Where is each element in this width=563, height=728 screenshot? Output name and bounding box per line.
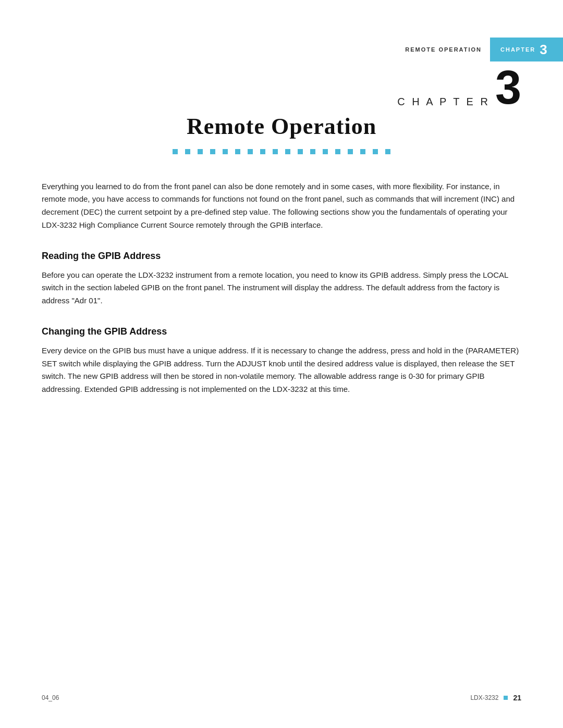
- section-1-body: Before you can operate the LDX-3232 inst…: [42, 269, 521, 307]
- dot-1: [173, 149, 178, 154]
- dot-13: [323, 149, 328, 154]
- dot-6: [235, 149, 240, 154]
- dot-12: [310, 149, 315, 154]
- dot-9: [273, 149, 278, 154]
- dot-8: [260, 149, 265, 154]
- footer-page-number: 21: [513, 694, 521, 702]
- decorative-dots: [42, 149, 521, 154]
- section-gpib-address-changing: Changing the GPIB Address Every device o…: [42, 326, 521, 396]
- footer-product-name: LDX-3232: [470, 694, 498, 701]
- dot-2: [185, 149, 190, 154]
- chapter-tab: Chapter 3: [490, 38, 563, 61]
- dot-10: [285, 149, 290, 154]
- section-gpib-address-reading: Reading the GPIB Address Before you can …: [42, 251, 521, 307]
- chapter-big-number: 3: [495, 68, 521, 108]
- chapter-tab-label: Chapter: [500, 46, 535, 53]
- page-footer: 04_06 LDX-3232 21: [42, 694, 521, 702]
- section-2-body: Every device on the GPIB bus must have a…: [42, 344, 521, 396]
- page-title: Remote Operation: [42, 113, 521, 140]
- page: Remote Operation Chapter 3 C h a p t e r…: [0, 0, 563, 728]
- chapter-tab-number: 3: [540, 43, 547, 56]
- dot-4: [210, 149, 215, 154]
- section-1-heading: Reading the GPIB Address: [42, 251, 521, 262]
- chapter-heading-block: C h a p t e r 3: [42, 68, 521, 108]
- dot-15: [348, 149, 353, 154]
- dot-17: [373, 149, 378, 154]
- dot-5: [223, 149, 228, 154]
- dot-14: [335, 149, 340, 154]
- header-section-label: Remote Operation: [405, 46, 482, 53]
- main-content: C h a p t e r 3 Remote Operation: [42, 68, 521, 415]
- section-2-heading: Changing the GPIB Address: [42, 326, 521, 337]
- dot-3: [198, 149, 203, 154]
- intro-paragraph: Everything you learned to do from the fr…: [42, 180, 521, 232]
- footer-right-block: LDX-3232 21: [470, 694, 521, 702]
- dot-16: [360, 149, 365, 154]
- dot-18: [385, 149, 390, 154]
- chapter-word: C h a p t e r: [397, 96, 490, 108]
- header-bar: Remote Operation Chapter 3: [405, 38, 563, 61]
- dot-11: [298, 149, 303, 154]
- footer-separator-dot: [504, 696, 508, 700]
- footer-revision: 04_06: [42, 694, 59, 701]
- dot-7: [248, 149, 253, 154]
